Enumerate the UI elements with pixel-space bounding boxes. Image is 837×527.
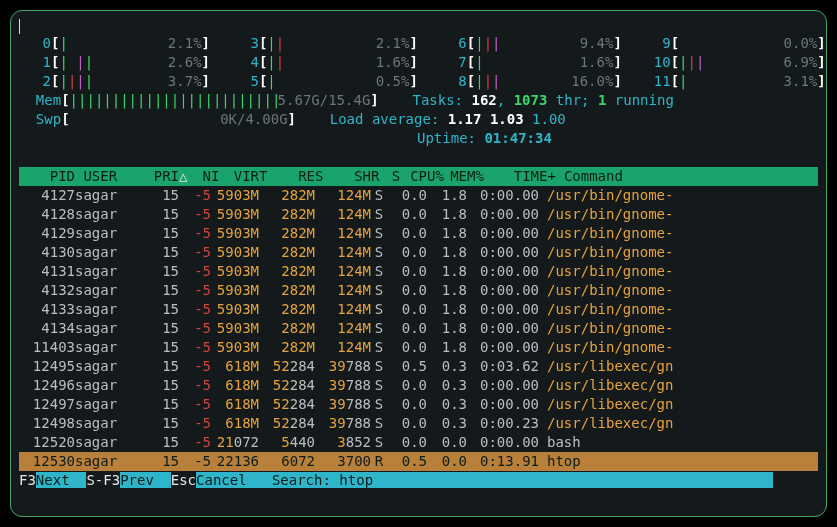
spacer: [379, 91, 413, 110]
col-shr[interactable]: SHR: [323, 167, 379, 186]
col-cmd[interactable]: Command: [556, 167, 818, 186]
cpu-meters: 0[| 2.1%] 3[|| 2.1%] 6[||| 9.4%] 9[ 0.0%…: [19, 34, 818, 91]
terminal-window[interactable]: 0[| 2.1%] 3[|| 2.1%] 6[||| 9.4%] 9[ 0.0%…: [10, 10, 827, 517]
table-row[interactable]: 4127 sagar15-55903M282M124M S0.01.80:00.…: [19, 186, 818, 205]
cpu-meter-2: 2[|||| 3.7%]: [19, 72, 210, 91]
cpu-meter-9: 9[ 0.0%]: [639, 34, 826, 53]
table-row[interactable]: 12496 sagar15-5618M5228439788 S0.00.30:0…: [19, 376, 818, 395]
cpu-meter-3: 3[|| 2.1%]: [227, 34, 418, 53]
col-s[interactable]: S: [388, 167, 404, 186]
bracket-open-icon: [: [61, 91, 69, 110]
col-time[interactable]: TIME+: [484, 167, 556, 186]
table-row[interactable]: 4130 sagar15-55903M282M124M S0.01.80:00.…: [19, 243, 818, 262]
table-row[interactable]: 12530 sagar15-52213660723700 R0.50.00:13…: [19, 452, 818, 471]
col-ni[interactable]: NI: [187, 167, 219, 186]
bracket-close-icon: ]: [370, 91, 378, 110]
col-user[interactable]: USER: [83, 167, 139, 186]
col-virt[interactable]: VIRT: [219, 167, 267, 186]
cpu-meter-5: 5[| 0.5%]: [227, 72, 418, 91]
swp-text: 0K/4.00G: [70, 110, 288, 129]
load-label: Load average:: [330, 110, 448, 129]
load-1: 1.17: [448, 110, 482, 129]
mem-text: 5.67G/15.4G: [278, 91, 371, 110]
bracket-open-icon: [: [61, 110, 69, 129]
footer-bar: F3Next S-F3Prev EscCancel Search: htop: [19, 471, 818, 490]
key-sf3: S-F3: [86, 472, 120, 488]
process-table-body[interactable]: 4127 sagar15-55903M282M124M S0.01.80:00.…: [19, 186, 818, 471]
table-row[interactable]: 4132 sagar15-55903M282M124M S0.01.80:00.…: [19, 281, 818, 300]
col-mem[interactable]: MEM%: [444, 167, 484, 186]
action-cancel[interactable]: Cancel: [196, 472, 255, 488]
search-label: Search:: [255, 472, 339, 488]
mem-bar: |||||||||||||||||||||||||: [70, 91, 278, 110]
load-3: 1.00: [532, 110, 566, 129]
table-row[interactable]: 4133 sagar15-55903M282M124M S0.01.80:00.…: [19, 300, 818, 319]
process-table-header[interactable]: PID USER PRI△ NI VIRT RES SHR S CPU% MEM…: [19, 167, 818, 186]
cpu-meter-1: 1[| || 2.6%]: [19, 53, 210, 72]
table-row[interactable]: 4131 sagar15-55903M282M124M S0.01.80:00.…: [19, 262, 818, 281]
tasks-label: Tasks:: [412, 91, 471, 110]
cpu-meter-7: 7[| 1.6%]: [435, 53, 622, 72]
tasks-count: 162: [471, 91, 496, 110]
cpu-meter-8: 8[|||16.0%]: [435, 72, 622, 91]
table-row[interactable]: 4128 sagar15-55903M282M124M S0.01.80:00.…: [19, 205, 818, 224]
cpu-meter-11: 11[| 3.1%]: [639, 72, 826, 91]
table-row[interactable]: 4134 sagar15-55903M282M124M S0.01.80:00.…: [19, 319, 818, 338]
table-row[interactable]: 11403 sagar15-55903M282M124M S0.01.80:00…: [19, 338, 818, 357]
table-row[interactable]: 12498 sagar15-5618M5228439788 S0.00.30:0…: [19, 414, 818, 433]
cpu-meter-0: 0[| 2.1%]: [19, 34, 210, 53]
action-next[interactable]: Next: [36, 472, 87, 488]
table-row[interactable]: 12495 sagar15-5618M5228439788 S0.50.30:0…: [19, 357, 818, 376]
table-row[interactable]: 12520 sagar15-52107254403852 S0.00.00:00…: [19, 433, 818, 452]
uptime-label: Uptime:: [417, 129, 484, 148]
col-res[interactable]: RES: [267, 167, 323, 186]
col-pid[interactable]: PID: [19, 167, 75, 186]
col-pri[interactable]: PRI△: [139, 167, 187, 186]
cpu-meter-4: 4[|| 1.6%]: [227, 53, 418, 72]
col-cpu[interactable]: CPU%: [404, 167, 444, 186]
text-cursor: [19, 19, 20, 34]
uptime-value: 01:47:34: [484, 129, 551, 148]
table-row[interactable]: 4129 sagar15-55903M282M124M S0.01.80:00.…: [19, 224, 818, 243]
search-input[interactable]: htop: [339, 472, 773, 488]
table-row[interactable]: 12497 sagar15-5618M5228439788 S0.00.30:0…: [19, 395, 818, 414]
load-2: 1.03: [490, 110, 524, 129]
action-prev[interactable]: Prev: [120, 472, 171, 488]
cpu-meter-6: 6[||| 9.4%]: [435, 34, 622, 53]
sort-asc-icon: △: [179, 168, 187, 184]
spacer: [296, 110, 330, 129]
tasks-running: 1: [598, 91, 606, 110]
key-f3: F3: [19, 472, 36, 488]
bracket-close-icon: ]: [288, 110, 296, 129]
key-esc: Esc: [171, 472, 196, 488]
tasks-threads: 1073: [514, 91, 548, 110]
swp-label: Swp: [19, 110, 61, 129]
cpu-meter-10: 10[||| 6.9%]: [639, 53, 826, 72]
mem-label: Mem: [19, 91, 61, 110]
